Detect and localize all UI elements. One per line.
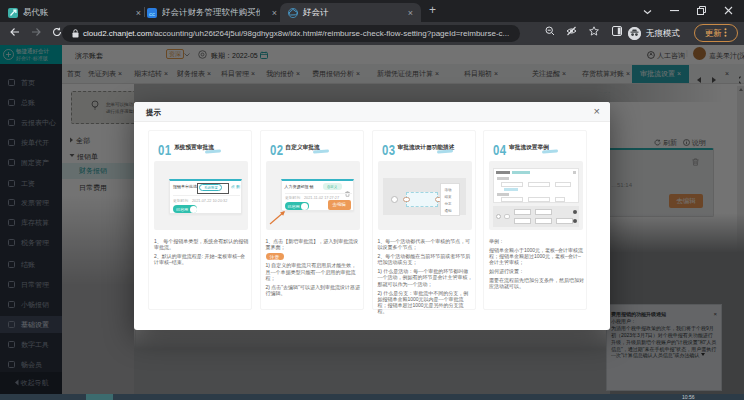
svg-text:cc: cc <box>149 10 155 16</box>
